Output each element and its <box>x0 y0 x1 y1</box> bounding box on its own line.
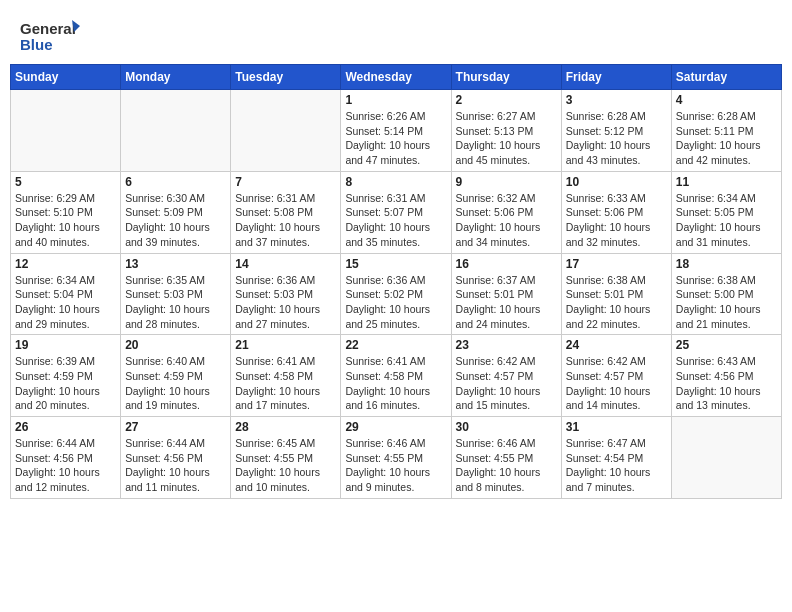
day-info: Sunrise: 6:44 AM Sunset: 4:56 PM Dayligh… <box>125 436 226 495</box>
day-info: Sunrise: 6:47 AM Sunset: 4:54 PM Dayligh… <box>566 436 667 495</box>
day-number: 24 <box>566 338 667 352</box>
day-number: 21 <box>235 338 336 352</box>
day-number: 28 <box>235 420 336 434</box>
day-number: 11 <box>676 175 777 189</box>
day-info: Sunrise: 6:40 AM Sunset: 4:59 PM Dayligh… <box>125 354 226 413</box>
day-info: Sunrise: 6:34 AM Sunset: 5:04 PM Dayligh… <box>15 273 116 332</box>
day-number: 13 <box>125 257 226 271</box>
calendar-cell <box>671 417 781 499</box>
day-number: 14 <box>235 257 336 271</box>
calendar-header-saturday: Saturday <box>671 65 781 90</box>
day-info: Sunrise: 6:33 AM Sunset: 5:06 PM Dayligh… <box>566 191 667 250</box>
day-number: 19 <box>15 338 116 352</box>
day-info: Sunrise: 6:38 AM Sunset: 5:00 PM Dayligh… <box>676 273 777 332</box>
day-info: Sunrise: 6:27 AM Sunset: 5:13 PM Dayligh… <box>456 109 557 168</box>
calendar-week-row: 26Sunrise: 6:44 AM Sunset: 4:56 PM Dayli… <box>11 417 782 499</box>
logo: GeneralBlue <box>20 18 80 54</box>
calendar-cell: 21Sunrise: 6:41 AM Sunset: 4:58 PM Dayli… <box>231 335 341 417</box>
day-number: 20 <box>125 338 226 352</box>
calendar-header-wednesday: Wednesday <box>341 65 451 90</box>
day-number: 12 <box>15 257 116 271</box>
calendar-cell: 25Sunrise: 6:43 AM Sunset: 4:56 PM Dayli… <box>671 335 781 417</box>
calendar-cell: 29Sunrise: 6:46 AM Sunset: 4:55 PM Dayli… <box>341 417 451 499</box>
calendar-cell: 22Sunrise: 6:41 AM Sunset: 4:58 PM Dayli… <box>341 335 451 417</box>
day-info: Sunrise: 6:28 AM Sunset: 5:11 PM Dayligh… <box>676 109 777 168</box>
day-info: Sunrise: 6:46 AM Sunset: 4:55 PM Dayligh… <box>345 436 446 495</box>
calendar-cell: 2Sunrise: 6:27 AM Sunset: 5:13 PM Daylig… <box>451 90 561 172</box>
day-number: 27 <box>125 420 226 434</box>
day-number: 29 <box>345 420 446 434</box>
calendar-cell: 31Sunrise: 6:47 AM Sunset: 4:54 PM Dayli… <box>561 417 671 499</box>
day-number: 9 <box>456 175 557 189</box>
calendar-header-row: SundayMondayTuesdayWednesdayThursdayFrid… <box>11 65 782 90</box>
day-info: Sunrise: 6:31 AM Sunset: 5:07 PM Dayligh… <box>345 191 446 250</box>
calendar-cell: 20Sunrise: 6:40 AM Sunset: 4:59 PM Dayli… <box>121 335 231 417</box>
day-number: 7 <box>235 175 336 189</box>
day-info: Sunrise: 6:44 AM Sunset: 4:56 PM Dayligh… <box>15 436 116 495</box>
calendar-cell: 16Sunrise: 6:37 AM Sunset: 5:01 PM Dayli… <box>451 253 561 335</box>
calendar-header-sunday: Sunday <box>11 65 121 90</box>
svg-text:Blue: Blue <box>20 36 53 53</box>
calendar-cell: 18Sunrise: 6:38 AM Sunset: 5:00 PM Dayli… <box>671 253 781 335</box>
day-number: 2 <box>456 93 557 107</box>
calendar-header-tuesday: Tuesday <box>231 65 341 90</box>
calendar-cell: 17Sunrise: 6:38 AM Sunset: 5:01 PM Dayli… <box>561 253 671 335</box>
day-number: 26 <box>15 420 116 434</box>
day-info: Sunrise: 6:34 AM Sunset: 5:05 PM Dayligh… <box>676 191 777 250</box>
calendar-cell: 19Sunrise: 6:39 AM Sunset: 4:59 PM Dayli… <box>11 335 121 417</box>
day-info: Sunrise: 6:28 AM Sunset: 5:12 PM Dayligh… <box>566 109 667 168</box>
day-info: Sunrise: 6:45 AM Sunset: 4:55 PM Dayligh… <box>235 436 336 495</box>
calendar-cell: 4Sunrise: 6:28 AM Sunset: 5:11 PM Daylig… <box>671 90 781 172</box>
day-number: 23 <box>456 338 557 352</box>
calendar-cell: 26Sunrise: 6:44 AM Sunset: 4:56 PM Dayli… <box>11 417 121 499</box>
day-number: 4 <box>676 93 777 107</box>
day-number: 1 <box>345 93 446 107</box>
calendar-table: SundayMondayTuesdayWednesdayThursdayFrid… <box>10 64 782 499</box>
day-number: 10 <box>566 175 667 189</box>
calendar-cell <box>11 90 121 172</box>
day-info: Sunrise: 6:30 AM Sunset: 5:09 PM Dayligh… <box>125 191 226 250</box>
day-info: Sunrise: 6:43 AM Sunset: 4:56 PM Dayligh… <box>676 354 777 413</box>
day-info: Sunrise: 6:42 AM Sunset: 4:57 PM Dayligh… <box>566 354 667 413</box>
day-info: Sunrise: 6:41 AM Sunset: 4:58 PM Dayligh… <box>345 354 446 413</box>
day-info: Sunrise: 6:38 AM Sunset: 5:01 PM Dayligh… <box>566 273 667 332</box>
calendar-header-friday: Friday <box>561 65 671 90</box>
day-info: Sunrise: 6:31 AM Sunset: 5:08 PM Dayligh… <box>235 191 336 250</box>
calendar-cell: 5Sunrise: 6:29 AM Sunset: 5:10 PM Daylig… <box>11 171 121 253</box>
day-number: 18 <box>676 257 777 271</box>
calendar-cell <box>121 90 231 172</box>
day-number: 8 <box>345 175 446 189</box>
calendar-week-row: 12Sunrise: 6:34 AM Sunset: 5:04 PM Dayli… <box>11 253 782 335</box>
calendar-cell: 14Sunrise: 6:36 AM Sunset: 5:03 PM Dayli… <box>231 253 341 335</box>
day-number: 6 <box>125 175 226 189</box>
calendar-cell: 7Sunrise: 6:31 AM Sunset: 5:08 PM Daylig… <box>231 171 341 253</box>
day-number: 17 <box>566 257 667 271</box>
calendar-week-row: 5Sunrise: 6:29 AM Sunset: 5:10 PM Daylig… <box>11 171 782 253</box>
day-info: Sunrise: 6:26 AM Sunset: 5:14 PM Dayligh… <box>345 109 446 168</box>
day-info: Sunrise: 6:29 AM Sunset: 5:10 PM Dayligh… <box>15 191 116 250</box>
day-number: 31 <box>566 420 667 434</box>
page-header: GeneralBlue <box>10 10 782 58</box>
calendar-cell: 13Sunrise: 6:35 AM Sunset: 5:03 PM Dayli… <box>121 253 231 335</box>
day-number: 30 <box>456 420 557 434</box>
calendar-week-row: 19Sunrise: 6:39 AM Sunset: 4:59 PM Dayli… <box>11 335 782 417</box>
calendar-cell: 27Sunrise: 6:44 AM Sunset: 4:56 PM Dayli… <box>121 417 231 499</box>
day-info: Sunrise: 6:36 AM Sunset: 5:02 PM Dayligh… <box>345 273 446 332</box>
calendar-cell: 10Sunrise: 6:33 AM Sunset: 5:06 PM Dayli… <box>561 171 671 253</box>
day-info: Sunrise: 6:46 AM Sunset: 4:55 PM Dayligh… <box>456 436 557 495</box>
day-number: 5 <box>15 175 116 189</box>
day-info: Sunrise: 6:35 AM Sunset: 5:03 PM Dayligh… <box>125 273 226 332</box>
svg-text:General: General <box>20 20 76 37</box>
calendar-cell: 28Sunrise: 6:45 AM Sunset: 4:55 PM Dayli… <box>231 417 341 499</box>
day-info: Sunrise: 6:32 AM Sunset: 5:06 PM Dayligh… <box>456 191 557 250</box>
day-number: 3 <box>566 93 667 107</box>
calendar-cell: 23Sunrise: 6:42 AM Sunset: 4:57 PM Dayli… <box>451 335 561 417</box>
day-info: Sunrise: 6:41 AM Sunset: 4:58 PM Dayligh… <box>235 354 336 413</box>
calendar-header-monday: Monday <box>121 65 231 90</box>
calendar-cell: 9Sunrise: 6:32 AM Sunset: 5:06 PM Daylig… <box>451 171 561 253</box>
calendar-cell: 3Sunrise: 6:28 AM Sunset: 5:12 PM Daylig… <box>561 90 671 172</box>
day-info: Sunrise: 6:39 AM Sunset: 4:59 PM Dayligh… <box>15 354 116 413</box>
calendar-cell: 15Sunrise: 6:36 AM Sunset: 5:02 PM Dayli… <box>341 253 451 335</box>
day-number: 15 <box>345 257 446 271</box>
day-info: Sunrise: 6:37 AM Sunset: 5:01 PM Dayligh… <box>456 273 557 332</box>
